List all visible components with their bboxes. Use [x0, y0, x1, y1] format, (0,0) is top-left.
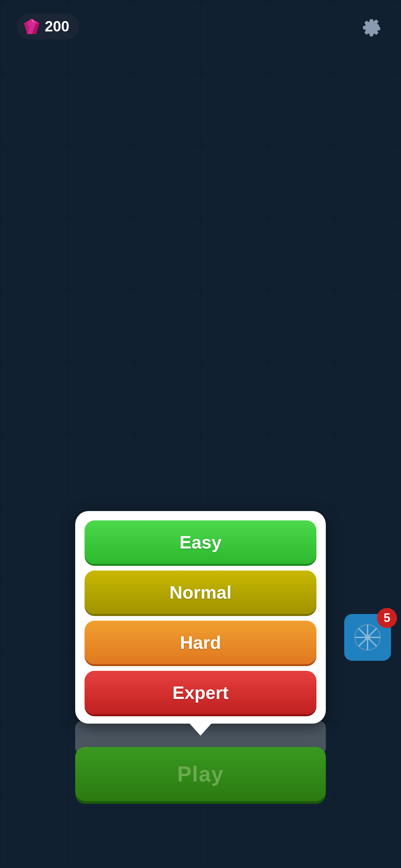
hard-button[interactable]: Hard: [85, 621, 316, 664]
gem-count: 200: [45, 18, 69, 35]
play-button-container: Play: [75, 747, 326, 801]
gem-icon: [23, 18, 40, 35]
bottom-area: Easy Normal Hard Expert Play: [75, 511, 326, 801]
gem-counter: 200: [17, 13, 79, 39]
expert-button[interactable]: Expert: [85, 671, 316, 714]
spin-wheel-button[interactable]: 5: [344, 614, 391, 661]
svg-point-10: [366, 636, 370, 640]
play-button[interactable]: Play: [75, 747, 326, 801]
spin-badge-count: 5: [383, 611, 390, 625]
spin-wheel-icon: [352, 622, 382, 652]
normal-button[interactable]: Normal: [85, 570, 316, 614]
difficulty-popup: Easy Normal Hard Expert: [75, 511, 326, 723]
easy-button[interactable]: Easy: [85, 520, 316, 564]
settings-icon[interactable]: [361, 15, 384, 38]
spin-badge: 5: [377, 608, 397, 628]
header: 200: [0, 13, 401, 39]
